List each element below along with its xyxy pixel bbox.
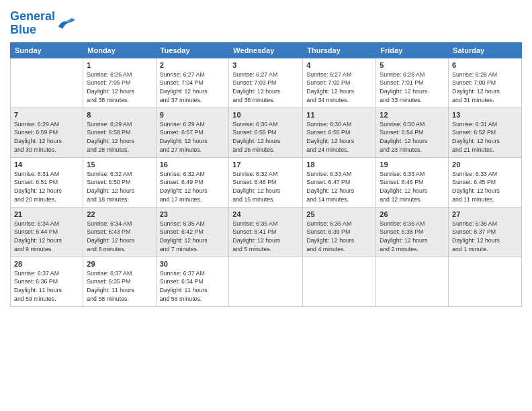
day-info: Sunrise: 6:30 AMSunset: 6:55 PMDaylight:… — [306, 120, 372, 154]
day-info: Sunrise: 6:36 AMSunset: 6:38 PMDaylight:… — [380, 220, 445, 254]
logo: GeneralBlue — [10, 10, 76, 37]
page-container: GeneralBlue SundayMondayTuesdayWednesday… — [0, 0, 532, 314]
day-info: Sunrise: 6:29 AMSunset: 6:57 PMDaylight:… — [160, 120, 226, 154]
day-info: Sunrise: 6:28 AMSunset: 7:01 PMDaylight:… — [380, 71, 445, 105]
day-number: 8 — [87, 111, 152, 119]
day-number: 29 — [87, 260, 152, 268]
calendar-cell: 17Sunrise: 6:32 AMSunset: 6:48 PMDayligh… — [229, 157, 303, 207]
weekday-header-friday: Friday — [376, 42, 449, 58]
day-info: Sunrise: 6:35 AMSunset: 6:39 PMDaylight:… — [306, 220, 372, 254]
calendar-cell: 19Sunrise: 6:33 AMSunset: 6:46 PMDayligh… — [376, 157, 449, 207]
calendar-cell: 16Sunrise: 6:32 AMSunset: 6:49 PMDayligh… — [156, 157, 229, 207]
calendar-cell: 6Sunrise: 6:28 AMSunset: 7:00 PMDaylight… — [449, 58, 522, 107]
weekday-header-sunday: Sunday — [11, 42, 83, 58]
week-row-2: 7Sunrise: 6:29 AMSunset: 6:59 PMDaylight… — [11, 107, 522, 157]
logo-bird-icon — [57, 16, 76, 31]
day-info: Sunrise: 6:27 AMSunset: 7:04 PMDaylight:… — [160, 71, 226, 105]
day-number: 22 — [87, 210, 152, 218]
calendar-cell: 2Sunrise: 6:27 AMSunset: 7:04 PMDaylight… — [156, 58, 229, 107]
calendar-cell: 26Sunrise: 6:36 AMSunset: 6:38 PMDayligh… — [376, 207, 449, 257]
calendar-cell: 15Sunrise: 6:32 AMSunset: 6:50 PMDayligh… — [83, 157, 156, 207]
day-info: Sunrise: 6:33 AMSunset: 6:46 PMDaylight:… — [380, 170, 445, 204]
day-info: Sunrise: 6:32 AMSunset: 6:49 PMDaylight:… — [160, 170, 226, 204]
day-info: Sunrise: 6:31 AMSunset: 6:52 PMDaylight:… — [452, 120, 518, 154]
day-number: 26 — [380, 210, 445, 218]
day-number: 24 — [232, 210, 299, 218]
calendar-cell: 18Sunrise: 6:33 AMSunset: 6:47 PMDayligh… — [303, 157, 376, 207]
day-info: Sunrise: 6:35 AMSunset: 6:41 PMDaylight:… — [232, 220, 299, 254]
day-number: 12 — [380, 111, 445, 119]
day-number: 6 — [452, 61, 518, 69]
day-info: Sunrise: 6:29 AMSunset: 6:58 PMDaylight:… — [87, 120, 152, 154]
day-info: Sunrise: 6:37 AMSunset: 6:35 PMDaylight:… — [87, 269, 152, 304]
week-row-5: 28Sunrise: 6:37 AMSunset: 6:36 PMDayligh… — [11, 257, 522, 306]
calendar-cell: 13Sunrise: 6:31 AMSunset: 6:52 PMDayligh… — [449, 107, 522, 157]
calendar-cell: 8Sunrise: 6:29 AMSunset: 6:58 PMDaylight… — [83, 107, 156, 157]
day-number: 19 — [380, 161, 445, 169]
day-number: 9 — [160, 111, 226, 119]
calendar-table: SundayMondayTuesdayWednesdayThursdayFrid… — [10, 42, 522, 307]
calendar-cell: 22Sunrise: 6:34 AMSunset: 6:43 PMDayligh… — [83, 207, 156, 257]
day-number: 2 — [160, 61, 226, 69]
calendar-cell: 11Sunrise: 6:30 AMSunset: 6:55 PMDayligh… — [303, 107, 376, 157]
day-number: 7 — [14, 111, 79, 119]
calendar-cell: 9Sunrise: 6:29 AMSunset: 6:57 PMDaylight… — [156, 107, 229, 157]
calendar-cell: 12Sunrise: 6:30 AMSunset: 6:54 PMDayligh… — [376, 107, 449, 157]
calendar-cell: 20Sunrise: 6:33 AMSunset: 6:45 PMDayligh… — [449, 157, 522, 207]
weekday-header-row: SundayMondayTuesdayWednesdayThursdayFrid… — [11, 42, 522, 58]
logo-text: GeneralBlue — [10, 10, 55, 37]
day-info: Sunrise: 6:28 AMSunset: 7:00 PMDaylight:… — [452, 71, 518, 105]
day-info: Sunrise: 6:37 AMSunset: 6:34 PMDaylight:… — [160, 269, 226, 304]
calendar-cell: 3Sunrise: 6:27 AMSunset: 7:03 PMDaylight… — [229, 58, 303, 107]
weekday-header-monday: Monday — [83, 42, 156, 58]
calendar-cell: 27Sunrise: 6:36 AMSunset: 6:37 PMDayligh… — [449, 207, 522, 257]
header: GeneralBlue — [10, 7, 522, 37]
calendar-cell — [376, 257, 449, 306]
day-number: 13 — [452, 111, 518, 119]
weekday-header-tuesday: Tuesday — [156, 42, 229, 58]
day-number: 4 — [306, 61, 372, 69]
day-info: Sunrise: 6:34 AMSunset: 6:44 PMDaylight:… — [14, 220, 79, 254]
day-number: 16 — [160, 161, 226, 169]
calendar-cell: 14Sunrise: 6:31 AMSunset: 6:51 PMDayligh… — [11, 157, 83, 207]
weekday-header-saturday: Saturday — [449, 42, 522, 58]
day-number: 14 — [14, 161, 79, 169]
day-info: Sunrise: 6:32 AMSunset: 6:50 PMDaylight:… — [87, 170, 152, 204]
day-number: 27 — [452, 210, 518, 218]
week-row-3: 14Sunrise: 6:31 AMSunset: 6:51 PMDayligh… — [11, 157, 522, 207]
weekday-header-thursday: Thursday — [303, 42, 376, 58]
calendar-cell: 21Sunrise: 6:34 AMSunset: 6:44 PMDayligh… — [11, 207, 83, 257]
day-number: 18 — [306, 161, 372, 169]
week-row-4: 21Sunrise: 6:34 AMSunset: 6:44 PMDayligh… — [11, 207, 522, 257]
day-number: 17 — [232, 161, 299, 169]
calendar-cell: 5Sunrise: 6:28 AMSunset: 7:01 PMDaylight… — [376, 58, 449, 107]
calendar-cell: 25Sunrise: 6:35 AMSunset: 6:39 PMDayligh… — [303, 207, 376, 257]
day-info: Sunrise: 6:30 AMSunset: 6:56 PMDaylight:… — [232, 120, 299, 154]
calendar-cell: 10Sunrise: 6:30 AMSunset: 6:56 PMDayligh… — [229, 107, 303, 157]
day-info: Sunrise: 6:26 AMSunset: 7:05 PMDaylight:… — [87, 71, 152, 105]
day-info: Sunrise: 6:35 AMSunset: 6:42 PMDaylight:… — [160, 220, 226, 254]
calendar-cell: 30Sunrise: 6:37 AMSunset: 6:34 PMDayligh… — [156, 257, 229, 306]
calendar-cell — [229, 257, 303, 306]
day-number: 20 — [452, 161, 518, 169]
day-number: 30 — [160, 260, 226, 268]
calendar-cell: 23Sunrise: 6:35 AMSunset: 6:42 PMDayligh… — [156, 207, 229, 257]
day-number: 23 — [160, 210, 226, 218]
day-info: Sunrise: 6:27 AMSunset: 7:03 PMDaylight:… — [232, 71, 299, 105]
day-number: 21 — [14, 210, 79, 218]
calendar-cell: 4Sunrise: 6:27 AMSunset: 7:02 PMDaylight… — [303, 58, 376, 107]
calendar-cell: 1Sunrise: 6:26 AMSunset: 7:05 PMDaylight… — [83, 58, 156, 107]
day-number: 25 — [306, 210, 372, 218]
day-number: 10 — [232, 111, 299, 119]
calendar-cell: 24Sunrise: 6:35 AMSunset: 6:41 PMDayligh… — [229, 207, 303, 257]
day-info: Sunrise: 6:33 AMSunset: 6:47 PMDaylight:… — [306, 170, 372, 204]
day-number: 15 — [87, 161, 152, 169]
day-info: Sunrise: 6:27 AMSunset: 7:02 PMDaylight:… — [306, 71, 372, 105]
day-number: 1 — [87, 61, 152, 69]
day-number: 5 — [380, 61, 445, 69]
day-info: Sunrise: 6:34 AMSunset: 6:43 PMDaylight:… — [87, 220, 152, 254]
day-info: Sunrise: 6:31 AMSunset: 6:51 PMDaylight:… — [14, 170, 79, 204]
calendar-cell: 28Sunrise: 6:37 AMSunset: 6:36 PMDayligh… — [11, 257, 83, 306]
day-info: Sunrise: 6:29 AMSunset: 6:59 PMDaylight:… — [14, 120, 79, 154]
day-info: Sunrise: 6:37 AMSunset: 6:36 PMDaylight:… — [14, 269, 79, 304]
